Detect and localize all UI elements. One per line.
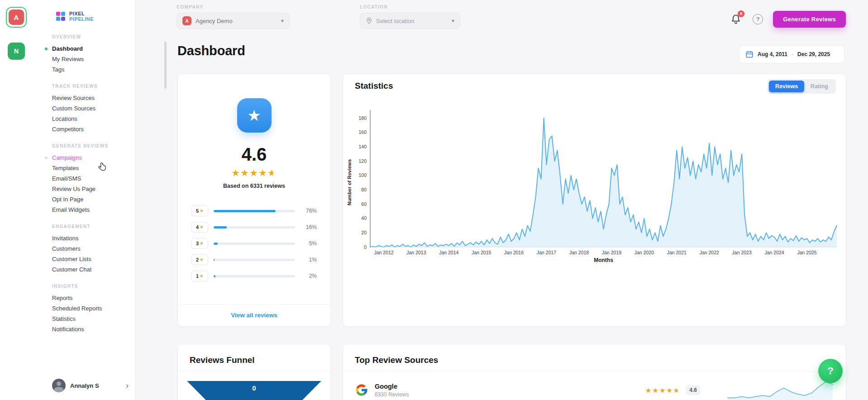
bar-percentage: 2% [300, 273, 317, 279]
statistics-card: 020406080100120140160180Jan 2012Jan 2013… [343, 73, 846, 327]
svg-text:Jan 2021: Jan 2021 [667, 250, 687, 255]
generate-reviews-button[interactable]: Generate Reviews [773, 11, 846, 28]
sidebar-user[interactable]: Annalyn S › [32, 376, 136, 395]
header-help-button[interactable]: ? [753, 14, 763, 24]
sidebar-item-customer-lists[interactable]: Customer Lists [52, 254, 135, 264]
user-name: Annalyn S [70, 382, 126, 389]
svg-text:Number of Reviews: Number of Reviews [347, 159, 352, 205]
funnel-value: 0 [252, 384, 256, 392]
bar-track [214, 259, 295, 261]
sidebar-item-dashboard[interactable]: Dashboard [52, 43, 135, 54]
star-icon: ★ [247, 108, 261, 123]
user-avatar [52, 379, 66, 392]
sidebar-item-invitations[interactable]: Invitations [52, 233, 135, 243]
sidebar-item-label: Dashboard [52, 45, 83, 52]
svg-text:80: 80 [361, 187, 367, 192]
bar-track [214, 243, 295, 245]
hover-indicator-dot [45, 157, 48, 159]
sidebar-item-customer-chat[interactable]: Customer Chat [52, 264, 135, 275]
toggle-reviews[interactable]: Reviews [769, 81, 804, 92]
source-row-google[interactable]: Google 6330 Reviews ★★★★★★★★★★ 4.6 [343, 372, 846, 400]
bar-track [214, 275, 295, 277]
sidebar-item-templates[interactable]: Templates [52, 163, 135, 173]
date-range-end: Dec 29, 2025 [797, 51, 830, 57]
sidebar-item-label: Email Widgets [52, 206, 90, 213]
star-count-pill: 5★ [191, 205, 208, 216]
sidebar-item-locations[interactable]: Locations [52, 114, 135, 124]
sidebar-item-label: Reports [52, 295, 73, 301]
star-icon: ★ [200, 274, 204, 278]
sidebar-item-label: My Reviews [52, 56, 84, 62]
svg-text:Months: Months [594, 257, 613, 263]
bar-fill [214, 226, 227, 229]
nav-section-title: INSIGHTS [52, 284, 135, 289]
svg-text:0: 0 [364, 244, 367, 250]
logo-icon [55, 11, 66, 22]
star-icon: ★ [200, 241, 204, 246]
bar-fill [214, 243, 218, 245]
svg-text:100: 100 [358, 172, 367, 178]
sidebar-item-review-us-page[interactable]: Review Us Page [52, 184, 135, 194]
source-name: Google [375, 383, 409, 390]
notifications-bell-button[interactable]: 8 [730, 13, 743, 26]
star-icon: ★ [200, 257, 204, 262]
sidebar-item-custom-sources[interactable]: Custom Sources [52, 103, 135, 114]
sidebar-item-email-widgets[interactable]: Email Widgets [52, 205, 135, 215]
sidebar-item-label: Templates [52, 165, 79, 171]
sidebar-item-statistics[interactable]: Statistics [52, 314, 135, 324]
sidebar-item-review-sources[interactable]: Review Sources [52, 93, 135, 103]
star-count-pill: 4★ [191, 222, 208, 233]
workspace-avatar-active[interactable]: A [6, 7, 27, 28]
svg-text:120: 120 [358, 158, 367, 164]
svg-text:140: 140 [358, 144, 367, 149]
company-dropdown[interactable]: A Agency Demo ▾ [176, 13, 290, 29]
bar-percentage: 16% [300, 224, 317, 230]
sidebar-item-customers[interactable]: Customers [52, 243, 135, 254]
top-review-sources-card: Top Review Sources Google 6330 Reviews ★… [343, 344, 846, 400]
review-count-caption: Based on 6331 reviews [223, 183, 285, 189]
sidebar-item-notifications[interactable]: Notifications [52, 324, 135, 334]
date-range-picker[interactable]: Aug 4, 2011 - Dec 29, 2025 [739, 45, 844, 63]
svg-text:Jan 2013: Jan 2013 [406, 250, 426, 255]
reviews-app-icon: ★ [237, 98, 272, 133]
sidebar-item-label: Scheduled Reports [52, 305, 102, 312]
svg-text:160: 160 [358, 129, 367, 135]
statistics-title: Statistics [355, 81, 393, 91]
sidebar-item-label: Locations [52, 115, 77, 122]
chevron-down-icon: ▾ [281, 18, 284, 24]
sidebar-item-label: Review Us Page [52, 186, 95, 192]
bar-percentage: 76% [300, 208, 317, 214]
sidebar-item-label: Invitations [52, 235, 79, 242]
sidebar-item-scheduled-reports[interactable]: Scheduled Reports [52, 303, 135, 314]
reviews-line-chart: 020406080100120140160180Jan 2012Jan 2013… [343, 74, 847, 268]
sidebar-item-competitors[interactable]: Competitors [52, 124, 135, 134]
rating-bar-2-star: 2★1% [191, 252, 317, 268]
location-selector-group: LOCATION Select location ▾ [360, 5, 460, 29]
sidebar-item-campaigns[interactable]: Campaigns [52, 152, 135, 163]
bar-fill [214, 259, 215, 261]
sidebar-scrollbar-thumb[interactable] [164, 42, 167, 89]
rating-stars: ★★★★★★★★★★ [232, 168, 277, 177]
chart-mode-toggle: Reviews Rating [768, 79, 836, 94]
help-button[interactable]: ? [818, 359, 843, 383]
toggle-rating[interactable]: Rating [804, 81, 835, 92]
svg-text:Jan 2025: Jan 2025 [797, 250, 816, 255]
workspace-avatar-n[interactable]: N [8, 43, 25, 60]
source-trend-sparkline [726, 378, 835, 400]
workspace-rail: A N [0, 0, 32, 400]
sidebar-item-reports[interactable]: Reports [52, 293, 135, 303]
location-dropdown[interactable]: Select location ▾ [360, 13, 460, 29]
sidebar-item-tags[interactable]: Tags [52, 64, 135, 75]
sidebar-item-email-sms[interactable]: Email/SMS [52, 173, 135, 184]
svg-text:Jan 2015: Jan 2015 [472, 250, 491, 255]
sidebar-item-label: Competitors [52, 126, 84, 133]
sidebar-item-my-reviews[interactable]: My Reviews [52, 54, 135, 64]
header-actions: 8 ? Generate Reviews [730, 11, 846, 28]
bar-fill [214, 210, 276, 212]
sidebar-item-label: Email/SMS [52, 175, 81, 182]
sidebar-item-opt-in-page[interactable]: Opt In Page [52, 194, 135, 205]
svg-text:Jan 2024: Jan 2024 [764, 250, 784, 255]
star-count-pill: 3★ [191, 238, 208, 249]
app-logo: PIXEL PIPELINE [55, 11, 135, 22]
view-all-reviews-link[interactable]: View all reviews [178, 305, 330, 326]
